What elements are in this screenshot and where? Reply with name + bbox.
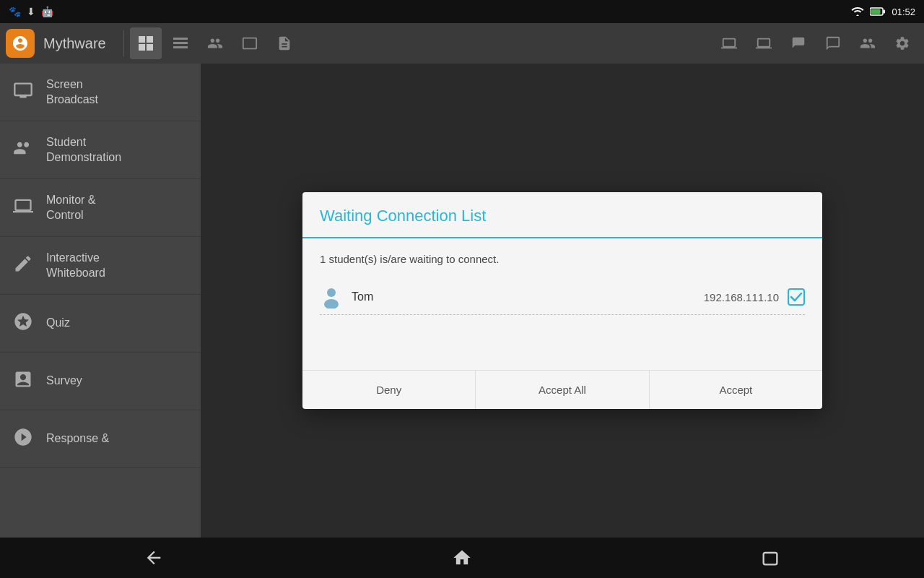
student-checkbox-tom[interactable] xyxy=(788,288,805,306)
svg-rect-13 xyxy=(763,553,777,564)
student-name-tom: Tom xyxy=(352,290,695,303)
main-content: Waiting Connection List 1 student(s) is/… xyxy=(201,64,924,538)
app-container: Mythware xyxy=(0,23,924,578)
info-icon xyxy=(276,35,292,51)
logo-icon xyxy=(12,35,29,52)
svg-rect-3 xyxy=(139,36,145,43)
svg-rect-7 xyxy=(173,38,188,40)
laptop-button[interactable] xyxy=(748,27,780,59)
sidebar-item-whiteboard[interactable]: InteractiveWhiteboard xyxy=(0,237,201,295)
sidebar-item-monitor-control[interactable]: Monitor &Control xyxy=(0,179,201,237)
whiteboard-icon xyxy=(12,254,35,278)
students-button[interactable] xyxy=(199,27,231,59)
settings-icon xyxy=(894,35,910,51)
list-view-button[interactable] xyxy=(165,27,196,59)
student-row-tom: Tom 192.168.111.10 xyxy=(320,280,805,315)
screen-broadcast-label: ScreenBroadcast xyxy=(46,77,98,108)
student-demo-svg xyxy=(13,138,33,158)
accept-button[interactable]: Accept xyxy=(650,371,822,409)
bottom-nav xyxy=(0,538,924,578)
battery-icon xyxy=(870,7,886,16)
app-title: Mythware xyxy=(43,35,106,52)
groups-button[interactable] xyxy=(852,27,884,59)
broadcast-svg xyxy=(13,80,33,100)
accept-all-button[interactable]: Accept All xyxy=(476,371,649,409)
home-icon xyxy=(452,548,472,568)
dialog-body: 1 student(s) is/are waiting to connect. … xyxy=(302,238,822,370)
survey-svg xyxy=(13,369,33,389)
sidebar-item-survey[interactable]: Survey xyxy=(0,353,201,410)
svg-rect-8 xyxy=(173,42,188,44)
status-bar: 🐾 ⬇ 🤖 01:52 xyxy=(0,0,924,23)
student-demo-label: StudentDemonstration xyxy=(46,135,121,165)
recents-icon xyxy=(760,548,780,568)
deny-button[interactable]: Deny xyxy=(302,371,476,409)
status-bar-left: 🐾 ⬇ 🤖 xyxy=(9,6,53,17)
notification-icon: 🐾 xyxy=(9,6,21,17)
student-avatar-tom xyxy=(320,285,343,309)
student-demo-icon xyxy=(12,138,35,163)
student-avatar-svg xyxy=(320,285,343,309)
whiteboard-label: InteractiveWhiteboard xyxy=(46,251,105,281)
screen-button[interactable] xyxy=(234,27,266,59)
dialog-title: Waiting Connection List xyxy=(320,207,805,225)
response-icon xyxy=(12,427,35,452)
svg-rect-9 xyxy=(173,46,188,48)
present-button[interactable] xyxy=(783,27,814,59)
content-area: ScreenBroadcast StudentDemonstration xyxy=(0,64,924,538)
dialog-footer: Deny Accept All Accept xyxy=(302,370,822,409)
monitor-icon xyxy=(721,35,737,51)
monitor-control-icon xyxy=(12,196,35,220)
response-svg xyxy=(13,427,33,447)
student-ip-tom: 192.168.111.10 xyxy=(704,291,779,303)
whiteboard-svg xyxy=(13,254,33,274)
laptop-icon xyxy=(756,35,772,51)
time-display: 01:52 xyxy=(892,7,915,17)
svg-rect-2 xyxy=(871,9,881,14)
settings-button[interactable] xyxy=(886,27,918,59)
download-icon: ⬇ xyxy=(27,6,35,17)
svg-point-11 xyxy=(324,299,339,309)
info-button[interactable] xyxy=(269,27,300,59)
screen-icon xyxy=(242,35,258,51)
chat-button[interactable] xyxy=(817,27,849,59)
svg-point-10 xyxy=(327,288,336,297)
sidebar-item-quiz[interactable]: Quiz xyxy=(0,295,201,353)
monitor-control-label: Monitor &Control xyxy=(46,193,95,223)
students-icon xyxy=(207,35,223,51)
quiz-svg xyxy=(13,311,33,332)
grid-view-button[interactable] xyxy=(130,27,162,59)
dialog-status-text: 1 student(s) is/are waiting to connect. xyxy=(320,253,805,265)
dialog-overlay: Waiting Connection List 1 student(s) is/… xyxy=(201,64,924,538)
quiz-label: Quiz xyxy=(46,316,70,331)
monitor-button[interactable] xyxy=(713,27,745,59)
present-icon xyxy=(790,35,806,51)
dialog-header: Waiting Connection List xyxy=(302,192,822,238)
svg-rect-1 xyxy=(884,10,886,14)
back-icon xyxy=(144,548,164,568)
quiz-icon xyxy=(12,311,35,336)
back-button[interactable] xyxy=(132,540,175,575)
survey-label: Survey xyxy=(46,374,82,389)
status-bar-right: 01:52 xyxy=(851,7,915,17)
toolbar-right xyxy=(713,27,918,59)
waiting-connection-dialog: Waiting Connection List 1 student(s) is/… xyxy=(302,192,822,409)
response-label: Response & xyxy=(46,431,109,447)
home-button[interactable] xyxy=(440,540,484,575)
list-icon xyxy=(173,35,188,51)
broadcast-icon xyxy=(12,80,35,105)
grid-icon xyxy=(138,35,154,51)
android-icon: 🤖 xyxy=(41,6,53,17)
toolbar-divider xyxy=(123,30,124,56)
sidebar-item-screen-broadcast[interactable]: ScreenBroadcast xyxy=(0,64,201,121)
wifi-icon xyxy=(851,7,864,17)
sidebar-item-student-demo[interactable]: StudentDemonstration xyxy=(0,121,201,179)
survey-icon xyxy=(12,369,35,394)
svg-rect-4 xyxy=(147,36,153,43)
sidebar: ScreenBroadcast StudentDemonstration xyxy=(0,64,201,538)
groups-icon xyxy=(860,35,876,51)
recents-button[interactable] xyxy=(749,540,792,575)
checkbox-checked-icon xyxy=(788,288,805,306)
sidebar-item-response[interactable]: Response & xyxy=(0,410,201,468)
chat-icon xyxy=(825,35,841,51)
